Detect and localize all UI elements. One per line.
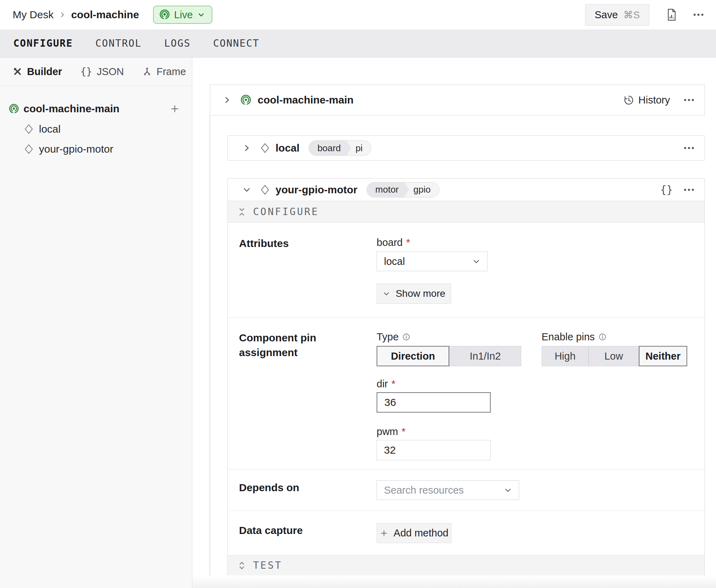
component-diamond-icon [25, 124, 33, 134]
type-option-in1in2[interactable]: In1/In2 [449, 346, 521, 366]
top-header: My Desk cool-machine Live Save ⌘S [0, 0, 716, 29]
gpio-motor-overflow-menu[interactable] [684, 189, 694, 191]
broadcast-icon [9, 104, 19, 114]
tools-icon [13, 67, 22, 76]
chevron-right-icon[interactable] [242, 143, 252, 153]
main-tab-bar: CONFIGURE CONTROL LOGS CONNECT [0, 29, 716, 58]
enable-option-neither[interactable]: Neither [639, 346, 687, 366]
tree-item-your-gpio-motor[interactable]: your-gpio-motor [0, 139, 192, 159]
add-component-icon[interactable] [170, 103, 180, 114]
chevron-right-icon[interactable] [222, 95, 232, 105]
enable-option-high[interactable]: High [542, 346, 589, 366]
pin-assignment-section: Component pin assignment Type [228, 318, 704, 469]
required-marker: * [402, 426, 405, 437]
dir-pin-input[interactable] [377, 392, 491, 413]
breadcrumb-chevron-icon [59, 11, 66, 19]
machine-part-title: cool-machine-main [258, 94, 353, 106]
chevron-down-icon [472, 257, 481, 266]
component-diamond-icon [261, 185, 269, 195]
enable-pins-field-label: Enable pins [542, 331, 595, 343]
tag-type: motor [367, 182, 409, 197]
required-marker: * [406, 237, 410, 248]
show-more-button[interactable]: Show more [377, 283, 451, 304]
save-button[interactable]: Save ⌘S [585, 4, 649, 26]
configure-section-label: CONFIGURE [253, 206, 319, 218]
configure-main-panel: cool-machine-main History [192, 58, 716, 588]
chevron-down-icon [503, 486, 512, 495]
gpio-motor-card-header: your-gpio-motor motor gpio {} [228, 179, 704, 201]
page-bottom-fade [192, 575, 716, 588]
add-method-label: Add method [393, 527, 448, 539]
dir-field-label: dir [377, 378, 388, 390]
history-icon [623, 95, 634, 106]
live-status-dropdown[interactable]: Live [153, 6, 212, 24]
file-chart-icon [665, 8, 677, 21]
attributes-section-label: Attributes [239, 236, 377, 318]
breadcrumb-parent[interactable]: My Desk [13, 9, 54, 21]
view-tab-frame[interactable]: Frame [142, 66, 186, 78]
local-board-overflow-menu[interactable] [684, 147, 694, 149]
depends-on-select[interactable]: Search resources [377, 480, 519, 500]
component-diamond-icon [25, 144, 33, 154]
tab-logs[interactable]: LOGS [164, 38, 191, 49]
tree-item-your-gpio-motor-label: your-gpio-motor [39, 143, 113, 155]
type-field-label: Type [377, 331, 399, 343]
machine-report-button[interactable] [665, 8, 677, 21]
required-marker: * [391, 378, 395, 390]
configure-section-bar[interactable]: CONFIGURE [228, 201, 704, 223]
edit-json-icon[interactable]: {} [660, 183, 673, 196]
tree-item-machine-part-label: cool-machine-main [24, 103, 165, 115]
chevron-down-icon[interactable] [242, 185, 252, 195]
type-option-direction[interactable]: Direction [377, 346, 449, 366]
tab-configure[interactable]: CONFIGURE [13, 38, 73, 49]
board-select[interactable]: local [377, 252, 488, 271]
data-capture-section-label: Data capture [239, 523, 377, 555]
view-tab-json[interactable]: {} JSON [80, 66, 124, 78]
expand-vertical-icon [238, 561, 245, 570]
tab-control[interactable]: CONTROL [95, 38, 142, 49]
add-method-button[interactable]: Add method [377, 523, 451, 543]
view-tab-json-label: JSON [97, 66, 124, 78]
tree-item-machine-part[interactable]: cool-machine-main [0, 99, 192, 119]
board-select-value: local [384, 256, 472, 267]
frame-axes-icon [142, 67, 152, 76]
board-field-label: board [377, 237, 403, 248]
broadcast-icon [240, 95, 251, 106]
local-board-type-tag: board pi [309, 140, 371, 156]
pin-assignment-section-label: Component pin assignment [239, 330, 377, 469]
view-tab-builder[interactable]: Builder [13, 66, 62, 78]
live-badge-label: Live [174, 9, 193, 21]
local-board-title: local [276, 142, 299, 154]
type-toggle-group: Direction In1/In2 [377, 346, 521, 366]
depends-on-section: Depends on Search resources [228, 469, 704, 511]
tab-connect[interactable]: CONNECT [213, 38, 259, 49]
machine-part-overflow-menu[interactable] [684, 99, 694, 101]
attributes-section: Attributes board * local Show more [228, 223, 704, 318]
show-more-label: Show more [396, 288, 445, 299]
test-section-bar[interactable]: TEST [228, 555, 704, 575]
chevron-down-icon [197, 11, 205, 19]
collapse-vertical-icon [238, 207, 245, 217]
gpio-motor-title: your-gpio-motor [276, 184, 357, 196]
machine-part-card: cool-machine-main History [210, 85, 705, 115]
view-tab-frame-label: Frame [157, 66, 186, 78]
header-overflow-menu-button[interactable] [694, 14, 703, 16]
plus-icon [379, 529, 389, 538]
history-button[interactable]: History [623, 94, 670, 106]
tree-item-local[interactable]: local [0, 119, 192, 139]
depends-on-placeholder: Search resources [384, 485, 503, 496]
test-section-label: TEST [253, 560, 282, 571]
pwm-field-label: pwm [377, 426, 398, 437]
breadcrumb-current: cool-machine [71, 9, 139, 21]
local-board-card: local board pi [227, 135, 705, 161]
view-mode-tabs: Builder {} JSON Frame [0, 58, 192, 86]
enable-option-low[interactable]: Low [589, 346, 639, 366]
history-button-label: History [638, 94, 670, 106]
info-icon[interactable] [402, 333, 410, 341]
pwm-pin-input[interactable] [377, 440, 491, 460]
tag-model: gpio [409, 182, 439, 197]
curly-braces-icon: {} [80, 66, 92, 78]
info-icon[interactable] [598, 333, 606, 341]
data-capture-section: Data capture Add method [228, 511, 704, 555]
configure-sidebar: Builder {} JSON Frame co [0, 58, 192, 588]
